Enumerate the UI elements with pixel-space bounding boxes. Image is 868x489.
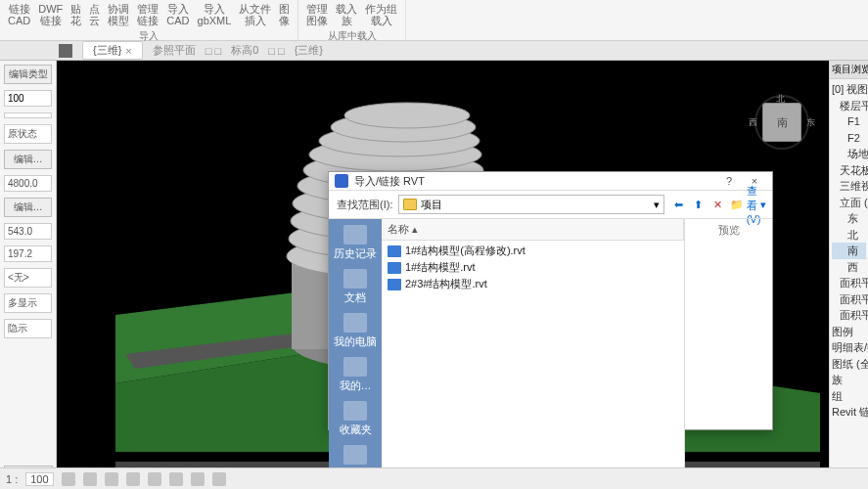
statusbar-icon[interactable] — [148, 472, 161, 486]
nav-up-icon[interactable]: ⬆ — [690, 197, 706, 212]
tree-node[interactable]: 北 — [832, 227, 866, 244]
statusbar-icon[interactable] — [62, 472, 75, 486]
ribbon-btn-load-family[interactable]: 载入族 — [334, 2, 359, 27]
ribbon-btn-decal[interactable]: 贴花 — [69, 2, 83, 27]
ribbon-btn-link-cad[interactable]: 链接CAD — [6, 2, 32, 27]
import-link-rvt-dialog: 导入/链接 RVT ? × 查找范围(I): 项目 ▾ ⬅ ⬆ ✕ 📁 查看(V… — [328, 171, 773, 430]
ribbon-btn-import-gbxml[interactable]: 导入gbXML — [196, 2, 234, 27]
sort-icon[interactable]: ▴ — [412, 223, 418, 235]
value-cell[interactable]: 4800.0 — [4, 175, 52, 192]
statusbar-icon[interactable] — [83, 472, 97, 486]
viewcube-face[interactable]: 南 — [762, 103, 801, 142]
ribbon-btn-coord[interactable]: 协调模型 — [106, 2, 131, 27]
statusbar-icon[interactable] — [169, 472, 183, 486]
tree-node[interactable]: 组 — [832, 388, 866, 405]
place-item[interactable]: 我的电脑 — [334, 313, 377, 349]
place-item[interactable]: 收藏夹 — [340, 401, 372, 437]
tree-node[interactable]: Revit 链接 — [832, 404, 866, 421]
tree-node[interactable]: F1 — [832, 113, 866, 130]
view-link[interactable]: 参照平面 — [153, 43, 196, 58]
viewcube-east[interactable]: 东 — [806, 116, 815, 129]
look-in-label: 查找范围(I): — [337, 198, 392, 212]
tree-node[interactable]: 族 — [832, 372, 866, 388]
dialog-title: 导入/链接 RVT — [354, 174, 711, 189]
place-label: 我的电脑 — [334, 334, 377, 349]
places-bar: 历史记录文档我的电脑我的…收藏夹桌面 — [329, 219, 382, 487]
place-item[interactable]: 文档 — [343, 269, 367, 305]
ribbon-btn-import-cad[interactable]: 导入CAD — [164, 2, 191, 27]
views-button[interactable]: 查看(V)▾ — [749, 197, 764, 212]
file-list-header[interactable]: 名称 ▴ — [382, 219, 684, 241]
close-icon[interactable]: × — [125, 45, 131, 57]
tree-node[interactable]: 天花板平面 — [832, 162, 866, 179]
place-item[interactable]: 我的… — [340, 357, 372, 393]
place-icon — [343, 269, 367, 289]
statusbar-icon[interactable] — [105, 472, 118, 486]
look-in-combo[interactable]: 项目 ▾ — [398, 195, 664, 214]
file-row[interactable]: 1#结构模型.rvt — [382, 259, 684, 276]
ribbon-btn-dwf[interactable]: DWF链接 — [36, 2, 65, 27]
value-cell[interactable]: 197.2 — [4, 245, 52, 262]
file-rows[interactable]: 1#结构模型(高程修改).rvt1#结构模型.rvt2#3#结构模型.rvt — [382, 241, 684, 487]
tree-node[interactable]: 明细表/数 — [832, 339, 866, 356]
statusbar-icon[interactable] — [126, 472, 140, 486]
tree-node[interactable]: 立面 (建 — [832, 195, 866, 211]
home-icon[interactable] — [59, 44, 72, 58]
dialog-titlebar[interactable]: 导入/链接 RVT ? × — [329, 172, 772, 191]
help-button[interactable]: ? — [717, 172, 741, 190]
nav-newfolder-icon[interactable]: 📁 — [729, 197, 745, 212]
edit-button[interactable]: 编辑… — [4, 150, 52, 169]
status-bar: 1 : 100 — [0, 467, 868, 489]
statusbar-icon[interactable] — [191, 472, 205, 486]
tree-node[interactable]: F2 — [832, 130, 866, 147]
value-cell[interactable]: 543.0 — [4, 223, 52, 240]
statusbar-icon[interactable] — [212, 472, 226, 486]
edit-type-button[interactable]: 编辑类型 — [4, 65, 52, 84]
viewcube-north[interactable]: 北 — [776, 93, 785, 106]
place-item[interactable]: 历史记录 — [334, 225, 377, 261]
dialog-body: 历史记录文档我的电脑我的…收藏夹桌面 名称 ▴ 1#结构模型(高程修改).rvt… — [329, 218, 772, 487]
ribbon-btn-fromfile[interactable]: 从文件插入 — [237, 2, 273, 27]
tree-node[interactable]: 西 — [832, 259, 866, 276]
ribbon-btn-load-group[interactable]: 作为组载入 — [363, 2, 399, 27]
chevron-down-icon[interactable]: ▾ — [654, 199, 660, 211]
none-cell[interactable]: <无> — [4, 268, 52, 288]
place-label: 收藏夹 — [340, 422, 372, 437]
tree-node[interactable]: 场地 — [832, 146, 866, 162]
tree-node[interactable]: 面积平面 — [832, 275, 866, 291]
tree-node[interactable]: 南 — [832, 243, 866, 259]
ribbon-btn-pointcloud[interactable]: 点云 — [87, 2, 102, 27]
edit-button[interactable]: 编辑… — [4, 198, 52, 217]
ribbon-btn-manage-images[interactable]: 管理图像 — [304, 2, 330, 27]
properties-panel: 编辑类型 原状态 编辑… 4800.0 编辑… 543.0 197.2 <无> … — [0, 61, 57, 467]
file-row[interactable]: 2#3#结构模型.rvt — [382, 276, 684, 292]
file-row[interactable]: 1#结构模型(高程修改).rvt — [382, 243, 684, 259]
nav-delete-icon[interactable]: ✕ — [709, 197, 725, 212]
tree-node[interactable]: 图纸 (全 — [832, 356, 866, 373]
viewcube-west[interactable]: 西 — [749, 116, 757, 129]
scale-input[interactable] — [4, 90, 52, 107]
tree-node[interactable]: 楼层平面 — [832, 98, 866, 114]
ribbon-btn-manage-links[interactable]: 管理链接 — [135, 2, 160, 27]
file-name: 2#3#结构模型.rvt — [405, 277, 487, 291]
orig-state: 原状态 — [4, 124, 52, 144]
place-icon — [343, 357, 367, 377]
file-list: 名称 ▴ 1#结构模型(高程修改).rvt1#结构模型.rvt2#3#结构模型.… — [382, 219, 684, 487]
tree-node[interactable]: 三维视图 — [832, 178, 866, 195]
project-tree[interactable]: [0] 视图 (全楼层平面F1F2场地天花板平面三维视图立面 (建东北南西面积平… — [830, 79, 868, 422]
scale-value[interactable]: 100 — [25, 472, 53, 486]
view-tab-3d[interactable]: {三维} × — [82, 41, 143, 60]
rvt-file-icon — [388, 262, 401, 274]
tree-node[interactable]: 面积平面 — [832, 291, 866, 308]
tree-node[interactable]: 面积平面 — [832, 307, 866, 324]
tree-node[interactable]: 图例 — [832, 324, 866, 340]
section-cell[interactable] — [4, 112, 52, 118]
nav-back-icon[interactable]: ⬅ — [670, 197, 686, 212]
view-link[interactable]: {三维} — [295, 43, 323, 58]
view-link[interactable]: 标高0 — [231, 43, 258, 58]
tree-node[interactable]: [0] 视图 (全 — [832, 81, 866, 98]
col-name[interactable]: 名称 — [388, 223, 409, 235]
ribbon-btn-image[interactable]: 图像 — [277, 2, 292, 27]
tree-node[interactable]: 东 — [832, 210, 866, 227]
viewcube[interactable]: 南 北 东 西 — [754, 95, 809, 150]
